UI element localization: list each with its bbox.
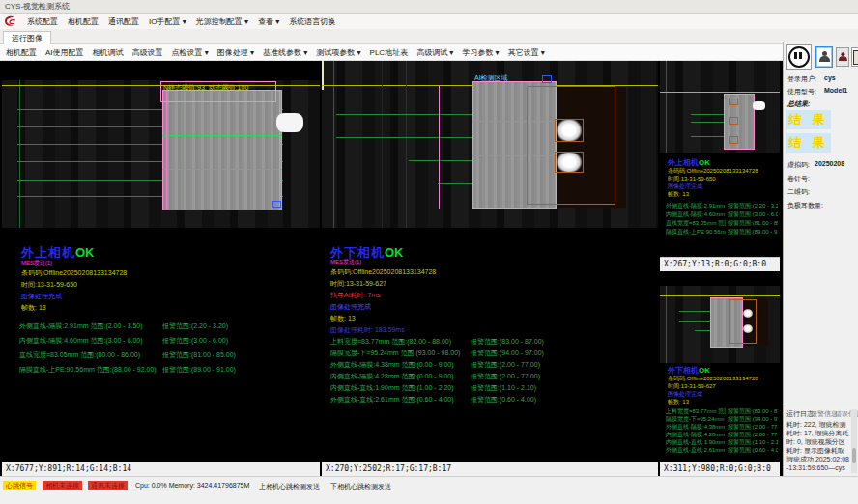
camera-image-upper[interactable]: N静态阈值:93, 动态阈值:100: [2, 80, 320, 228]
toolbar-item-camera-config[interactable]: 相机配置: [6, 47, 37, 58]
threshold-text: N静态阈值:93, 动态阈值:100: [163, 83, 248, 93]
log-tab-run[interactable]: 运行日志: [786, 409, 814, 419]
lower-camera-heartbeat-text: 下相机心跳检测发送: [330, 482, 391, 491]
menubar: 系统配置 相机配置 通讯配置 IO手配置 ▾ 光源控制配置 ▾ 查看 ▾ 系统语…: [0, 14, 858, 29]
ai-time-text: 找寻AI耗时: 7ms: [330, 291, 381, 300]
texture-line: [406, 61, 407, 228]
menu-item-language-switch[interactable]: 系统语言切换: [289, 16, 335, 27]
frame-count-text: 帧数: 13: [668, 398, 689, 406]
measurement-value: 外侧直线-直线:2.61mm 范围:(0.60 - 4.00): [330, 395, 454, 405]
process-done-text: 图像处理完成: [21, 292, 62, 301]
login-user-button[interactable]: [815, 46, 833, 68]
tab-count-label: 负极耳数量:: [787, 201, 823, 210]
toolbar-item-spot-check[interactable]: 点检设置 ▾: [172, 47, 209, 58]
thumbnail-image-lower[interactable]: [660, 286, 780, 363]
toolbar-item-other-settings[interactable]: 其它设置 ▾: [508, 47, 545, 58]
toolbar-item-test-params[interactable]: 测试项参数 ▾: [316, 47, 360, 58]
alarm-range: 报警范围:(89.00 - 91.00): [728, 228, 778, 237]
measurement-value: 隔膜宽度-下=95.24mm 范围:(93.00 - 98.00): [330, 349, 460, 358]
log-text: 耗时: 222, 瑕疵检测耗时: 17, 瑕疵分离耗时: 0, 瑕疵视频分区耗时…: [786, 420, 850, 472]
result-box-upper: 结 果: [786, 110, 831, 129]
virtual-code-label: 虚拟码:: [787, 160, 810, 170]
log-tab-alarm[interactable]: 报警信息: [811, 409, 838, 419]
baseline-yellow: [660, 295, 780, 296]
mes-send-text: MES发送(1): [330, 258, 361, 266]
alarm-range: 报警范围:(0.60 - 4.00): [728, 446, 778, 455]
toolbar-item-advanced-debug[interactable]: 高级调试 ▾: [416, 47, 453, 58]
ai-detect-box-orange: [729, 299, 757, 344]
toolbar-item-ai-usage-config[interactable]: AI使用配置: [45, 47, 84, 58]
toolbar-item-camera-debug[interactable]: 相机调试: [93, 47, 124, 58]
toolbar-item-advanced-settings[interactable]: 高级设置: [132, 47, 163, 58]
pause-button[interactable]: [786, 44, 812, 70]
thumbnail-panel-lower[interactable]: 外下相机OK 条码码:Offline20250208133134728 时间:1…: [660, 272, 780, 476]
toolbar-item-plc-address[interactable]: PLC地址表: [370, 47, 409, 58]
measurement-value: 外侧直线-隔膜:4.38mm 范围:(0.00 - 9.00): [330, 360, 454, 370]
needle-no-label: 卷针号:: [787, 174, 810, 183]
camera-image-lower[interactable]: AI检测区域: [322, 61, 658, 228]
time-text: 时间:13-31-59-627: [330, 279, 386, 289]
thumbnail-panel-upper[interactable]: 外上相机OK 条码码:Offline20250208133134728 时间:1…: [660, 61, 780, 271]
edge-line-pink: [439, 85, 440, 209]
texture-line: [382, 61, 383, 228]
upper-camera-heartbeat-text: 上相机心跳检测发送: [259, 482, 320, 491]
menu-item-view[interactable]: 查看 ▾: [258, 16, 279, 27]
reflection-glint: [743, 324, 753, 333]
log-scrollbar[interactable]: [851, 409, 857, 473]
barcode-text: 条码码:Offline20250208133134728: [330, 267, 436, 277]
frame-count-text: 帧数: 13: [330, 314, 356, 323]
measurement-value: 内侧直线-隔膜:4.60mm 范围:(3.00 - 6.00): [666, 210, 726, 219]
alarm-range: 报警范围:(1.10 - 2.10): [471, 383, 536, 393]
result-ok: OK: [75, 245, 95, 260]
tab-run-image[interactable]: 运行图像: [3, 31, 51, 45]
thumbnail-image-upper[interactable]: [660, 61, 780, 153]
model-value: Model1: [824, 87, 847, 94]
measurement-value: 内侧直线-直线:1.90mm 范围:(1.00 - 2.20): [330, 383, 454, 393]
toolbar-item-learning-params[interactable]: 学习参数 ▾: [462, 47, 499, 58]
menu-item-light-config[interactable]: 光源控制配置 ▾: [196, 16, 248, 27]
camera-panel-lower[interactable]: AI检测区域 外下相机OK MES发送(1) 条码码:Offline202502…: [322, 61, 658, 476]
menu-item-comm-config[interactable]: 通讯配置: [108, 16, 139, 27]
log-divider: [784, 406, 858, 406]
cpu-memory-text: Cpu: 0.0% Memory: 3424.41796875M: [135, 482, 249, 489]
measurement-value: 外侧直线-隔膜:2.91mm 范围:(2.00 - 3.50): [666, 202, 726, 210]
measurement-value: 直线宽度=83.05mm 范围:(80.00 - 86.00): [666, 219, 726, 228]
alarm-range: 报警范围:(94.00 - 97.00): [471, 349, 544, 358]
login-user-value: cys: [824, 74, 836, 81]
alarm-range: 报警范围:(3.00 - 6.00): [728, 210, 778, 219]
ai-target-box: [555, 152, 584, 173]
guide-line: [666, 286, 667, 363]
camera-connection-badge: 相机未连接: [43, 481, 82, 490]
alarm-range: 报警范围:(2.00 - 77.00): [471, 372, 540, 381]
camera-name-text: 外下相机: [668, 366, 699, 375]
pixel-status-upper: X:7677;Y:891;R:14;G:14;B:14: [2, 462, 320, 476]
measure-line-bright: [162, 169, 282, 170]
user-icon: [819, 51, 829, 63]
ai-target-box: [729, 136, 738, 144]
log-scrollbar-thumb[interactable]: [852, 448, 856, 463]
operator-button[interactable]: [836, 47, 849, 67]
ai-region-label: AI检测区域: [474, 73, 508, 83]
sidebar: 登录用户: cys 使用型号: Model1 总结果: 结 果 结 果 虚拟码:…: [783, 42, 858, 476]
guide-line: [666, 61, 667, 153]
menu-item-io-config[interactable]: IO手配置 ▾: [149, 16, 186, 27]
time-text: 时间:13-31-59-650: [21, 280, 77, 290]
exit-button[interactable]: [851, 47, 858, 67]
camera-panel-upper[interactable]: N静态阈值:93, 动态阈值:100 外上相机OK MES发送(1) 条码码:O…: [2, 61, 320, 476]
result-ok: OK: [385, 245, 404, 260]
result-box-lower: 结 果: [786, 133, 831, 153]
marker-blue: [542, 75, 552, 83]
menu-item-camera-config[interactable]: 相机配置: [68, 16, 99, 27]
menu-item-system-config[interactable]: 系统配置: [27, 16, 58, 27]
product-region: [724, 94, 755, 150]
barcode-text: 条码码:Offline20250208133134728: [21, 268, 127, 278]
tab-bar: 运行图像: [0, 29, 858, 44]
pixel-status-lower: X:270;Y:2502;R:17;G:17;B:17: [322, 462, 658, 476]
toolbar-item-baseline-params[interactable]: 基准线参数 ▾: [263, 47, 307, 58]
product-region: [162, 90, 282, 210]
toolbar-item-image-processing[interactable]: 图像处理 ▾: [217, 47, 254, 58]
alarm-range: 报警范围:(2.00 - 77.00): [471, 360, 540, 370]
virtual-code-value: 20250208: [815, 160, 844, 167]
marker-blue: [272, 201, 281, 208]
camera-name-text: 外上相机: [21, 245, 75, 260]
